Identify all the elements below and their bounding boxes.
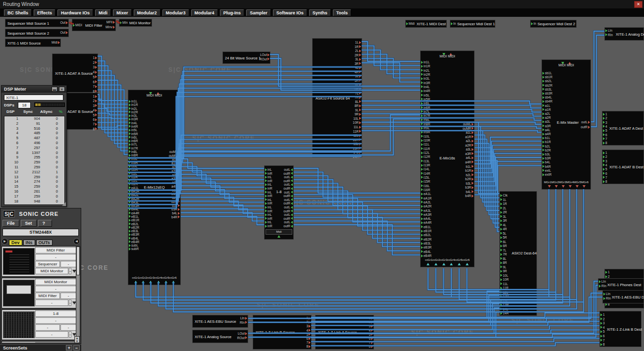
port-2R[interactable]: 2R (354, 53, 361, 57)
port-8L[interactable]: 8L (355, 100, 361, 103)
port-eA2R[interactable]: eA2R (421, 204, 432, 208)
port-MFil[interactable]: MFil (106, 20, 115, 24)
port-b1R[interactable]: b1R (542, 140, 551, 144)
port-7[interactable]: 7 (600, 339, 605, 342)
device-name[interactable]: 1-8 (35, 310, 76, 317)
port-sb4L[interactable]: sb4L (542, 96, 552, 99)
port-outL[interactable]: outL (283, 220, 293, 224)
port-inL[interactable]: inL (265, 191, 272, 194)
port-a4L[interactable]: a4L (542, 128, 551, 132)
group-input-arrow-icon[interactable] (458, 263, 461, 265)
port-8[interactable]: 8 (603, 180, 608, 183)
port-b4L[interactable]: b4L (542, 160, 551, 164)
port-b4R[interactable]: b4R (542, 165, 551, 168)
port-in6L[interactable]: in6L (129, 136, 138, 139)
port-7[interactable]: 7 (603, 176, 608, 179)
port-in3R[interactable]: in3R (129, 117, 138, 121)
port-2[interactable]: 2 (92, 61, 97, 64)
port-in2L[interactable]: in2L (421, 69, 430, 72)
menu-item-hardware-ios[interactable]: Hardware IOs (57, 9, 93, 16)
port-3[interactable]: 3 (368, 324, 373, 328)
port-3R[interactable]: 3R (354, 62, 361, 65)
close-icon[interactable]: ✕ (634, 1, 643, 8)
port-in1L[interactable]: in1L (421, 60, 430, 64)
port-eA2L[interactable]: eA2L (421, 201, 431, 204)
port-1L[interactable]: 1L (355, 41, 361, 44)
port-in7L[interactable]: in7L (129, 143, 138, 146)
port-ROut[interactable]: ROut (237, 336, 247, 340)
spinner-arrows[interactable]: ▲▼ (74, 336, 80, 343)
port-eB4R[interactable]: eB4R (129, 240, 140, 244)
port-eB1L[interactable]: eB1L (129, 215, 139, 218)
port-LIn[interactable]: LIn (599, 280, 606, 283)
panel-menu-set[interactable]: Set (21, 220, 37, 227)
port-i13L[interactable]: i13L (421, 159, 430, 163)
port-b3L[interactable]: b3L (542, 152, 551, 156)
port-i10L[interactable]: i10L (129, 164, 138, 168)
port-in9R[interactable]: in9R (421, 130, 430, 134)
port-in5L[interactable]: in5L (129, 128, 138, 132)
port-Midi[interactable]: Midi (406, 22, 415, 25)
port-1R[interactable]: 1R (500, 202, 507, 205)
port-2L[interactable]: 2L (500, 206, 507, 210)
module-asio2-dest-64[interactable]: ASIO2 Dest-64Clk1L1R2L2R3L3R4L4R5L5R6L6R… (499, 191, 537, 316)
device-field[interactable]: - (69, 331, 71, 338)
group-input-arrow-icon[interactable] (466, 263, 469, 265)
port-eB1L[interactable]: eB1L (421, 225, 431, 229)
menu-item-modular3[interactable]: Modular3 (162, 9, 189, 16)
port-b1L[interactable]: b1L (171, 189, 180, 192)
port-in1R[interactable]: in1R (129, 103, 138, 106)
port-6R[interactable]: 6R (354, 87, 361, 91)
port-in9R[interactable]: in9R (129, 161, 138, 164)
port-7[interactable]: 7 (368, 341, 373, 344)
port-outR[interactable]: outR (283, 209, 293, 213)
title-bar[interactable]: Routing Window ✕ (0, 0, 644, 8)
port-i10L[interactable]: i10L (421, 135, 430, 138)
port-7R[interactable]: 7R (354, 96, 361, 99)
port-2[interactable]: 2 (603, 155, 608, 158)
tab-outs[interactable]: OUTs (36, 240, 53, 246)
module-adat-a-dest[interactable]: XITE-1 ADAT A Dest12345678 (602, 111, 644, 146)
port-outR[interactable]: outR (283, 217, 293, 220)
module-seq-midi-source-1[interactable]: Sequencer Midi Source 1Out (5, 19, 69, 27)
port-5[interactable]: 5 (306, 333, 311, 336)
port-5R[interactable]: 5R (354, 79, 361, 82)
port-10L[interactable]: 10L (353, 117, 361, 120)
port-a4L[interactable]: a4L (171, 181, 180, 184)
port-4[interactable]: 4 (603, 163, 608, 167)
device-entry[interactable]: E-Mix Master-omni-- (1, 341, 77, 343)
module-adat-b-dest[interactable]: XITE-1 ADAT B Dest12345678 (602, 150, 644, 184)
port-6[interactable]: 6 (600, 334, 605, 338)
port-3L[interactable]: 3L (355, 57, 361, 61)
port-11R[interactable]: 11R (500, 286, 509, 290)
wave-thumbnail-icon[interactable] (3, 311, 35, 338)
group-output-arrow-icon[interactable] (569, 185, 572, 188)
add-screenset-button[interactable]: + (66, 345, 72, 351)
port-a1R[interactable]: a1R (171, 161, 180, 165)
port-a3L[interactable]: a3L (171, 173, 180, 177)
port-eB3L[interactable]: eB3L (129, 229, 139, 233)
scrollbar-thumb[interactable] (76, 247, 80, 275)
port-1[interactable]: 1 (605, 270, 610, 274)
port-i12L[interactable]: i12L (129, 179, 138, 182)
close-icon[interactable]: ✕ (59, 87, 65, 92)
resize-grip[interactable] (62, 202, 66, 206)
port-outR[interactable]: outR (283, 179, 293, 183)
port-b3R[interactable]: b3R (171, 207, 180, 211)
port-2[interactable]: 2 (600, 317, 605, 321)
port-1[interactable]: 1 (368, 316, 373, 320)
menu-item-modular2[interactable]: Modular2 (134, 9, 161, 16)
port-a3R[interactable]: a3R (171, 177, 180, 180)
device-field[interactable]: - (69, 300, 71, 306)
port-a1R[interactable]: a1R (465, 135, 474, 139)
port-i14L[interactable]: i14L (421, 167, 430, 171)
dsp-device-field[interactable]: XITE-1 (4, 95, 63, 100)
device-field[interactable]: - (60, 324, 76, 331)
port-9R[interactable]: 9R (500, 269, 507, 273)
module-analog-source[interactable]: XITE-1 Analog SourceLOutROut (192, 330, 248, 343)
port-eB4R[interactable]: eB4R (421, 254, 432, 257)
port-eA1R[interactable]: eA1R (129, 190, 140, 193)
port-eB4L[interactable]: eB4L (129, 237, 139, 240)
menu-item-bc-shells[interactable]: BC Shells (4, 9, 32, 16)
device-field[interactable]: - (35, 331, 68, 338)
